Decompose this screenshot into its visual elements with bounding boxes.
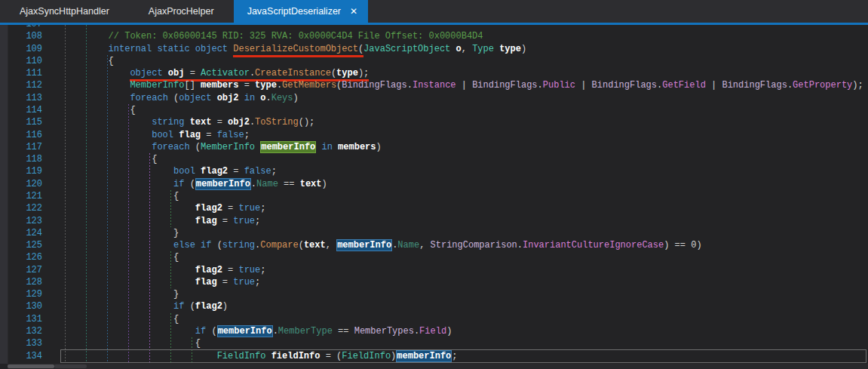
line-number: 130 xyxy=(0,300,42,312)
indent-guide xyxy=(149,153,150,362)
code-text: foreach (MemberInfo memberInfo in member… xyxy=(65,141,382,153)
scrollbar-thumb-secondary xyxy=(54,364,87,368)
code-line-133[interactable]: 133 { xyxy=(0,337,868,349)
code-line-116[interactable]: 116 bool flag = false; xyxy=(0,129,868,141)
code-text: if (flag2) xyxy=(65,300,228,312)
highlighted-symbol-reference: memberInfo xyxy=(195,178,251,190)
code-text: object obj = Activator.CreateInstance(ty… xyxy=(65,67,369,79)
close-icon[interactable]: ✕ xyxy=(350,7,357,16)
decompiler-window: AjaxSyncHttpHandler AjaxProcHelper JavaS… xyxy=(0,0,868,369)
code-line-110[interactable]: 110 { xyxy=(0,55,868,67)
code-line-129[interactable]: 129 } xyxy=(0,288,868,300)
line-number: 110 xyxy=(0,55,42,67)
code-text: { xyxy=(65,337,201,349)
line-number: 133 xyxy=(0,337,42,349)
code-text: { xyxy=(65,190,179,202)
code-line-124[interactable]: 124 } xyxy=(0,227,868,239)
tab-label: JavaScriptDeserializer xyxy=(247,6,341,17)
code-line-127[interactable]: 127 flag2 = true; xyxy=(0,264,868,276)
line-number: 115 xyxy=(0,116,42,128)
line-number: 116 xyxy=(0,129,42,141)
line-number: 122 xyxy=(0,202,42,214)
code-line-121[interactable]: 121 { xyxy=(0,190,868,202)
indent-guide xyxy=(170,190,171,227)
code-line-131[interactable]: 131 { xyxy=(0,313,868,325)
line-number: 125 xyxy=(0,239,42,251)
code-text: if (memberInfo.Name == text) xyxy=(65,178,327,190)
code-line-118[interactable]: 118 { xyxy=(0,153,868,165)
code-text: flag2 = true; xyxy=(65,264,265,276)
indent-guide xyxy=(128,104,129,362)
code-line-126[interactable]: 126 { xyxy=(0,251,868,263)
code-line-109[interactable]: 109 internal static object DeserializeCu… xyxy=(0,43,868,55)
line-number: 126 xyxy=(0,251,42,263)
line-number: 111 xyxy=(0,67,42,79)
code-text: flag = true; xyxy=(65,276,260,288)
tab-ajaxsynchttphandler[interactable]: AjaxSyncHttpHandler xyxy=(0,0,129,23)
code-text: } xyxy=(65,227,179,239)
code-text: { xyxy=(65,313,179,325)
code-text: } xyxy=(65,288,179,300)
tab-label: AjaxProcHelper xyxy=(149,6,214,17)
code-line-108[interactable]: 108 // Token: 0x06000145 RID: 325 RVA: 0… xyxy=(0,30,868,42)
code-line-111[interactable]: 111 object obj = Activator.CreateInstanc… xyxy=(0,67,868,79)
line-number: 131 xyxy=(0,313,42,325)
line-number: 119 xyxy=(0,165,42,177)
line-number: 118 xyxy=(0,153,42,165)
code-line-132[interactable]: 132 if (memberInfo.MemberType == MemberT… xyxy=(0,325,868,337)
highlighted-symbol-reference: memberInfo xyxy=(217,325,273,337)
indent-guide xyxy=(86,25,87,362)
line-number: 123 xyxy=(0,215,42,227)
indent-guide xyxy=(170,251,171,288)
scrollbar-thumb[interactable] xyxy=(8,364,54,368)
code-rows: 107108 // Token: 0x06000145 RID: 325 RVA… xyxy=(0,25,868,362)
tab-javascriptdeserializer[interactable]: JavaScriptDeserializer ✕ xyxy=(234,0,368,23)
line-number: 112 xyxy=(0,79,42,91)
line-number: 128 xyxy=(0,276,42,288)
code-line-120[interactable]: 120 if (memberInfo.Name == text) xyxy=(0,178,868,190)
line-number: 129 xyxy=(0,288,42,300)
code-text: flag2 = true; xyxy=(65,202,265,214)
line-number: 108 xyxy=(0,30,42,42)
code-line-107[interactable]: 107 xyxy=(0,25,868,30)
line-number: 109 xyxy=(0,43,42,55)
code-text: foreach (object obj2 in o.Keys) xyxy=(65,92,299,104)
code-line-113[interactable]: 113 foreach (object obj2 in o.Keys) xyxy=(0,92,868,104)
code-line-130[interactable]: 130 if (flag2) xyxy=(0,300,868,312)
code-line-114[interactable]: 114 { xyxy=(0,104,868,116)
line-number: 121 xyxy=(0,190,42,202)
code-text: // Token: 0x06000145 RID: 325 RVA: 0x000… xyxy=(65,30,483,42)
code-line-112[interactable]: 112 MemberInfo[] members = type.GetMembe… xyxy=(0,79,868,91)
line-number: 134 xyxy=(0,350,42,362)
code-line-119[interactable]: 119 bool flag2 = false; xyxy=(0,165,868,177)
line-number: 114 xyxy=(0,104,42,116)
code-line-122[interactable]: 122 flag2 = true; xyxy=(0,202,868,214)
code-text: bool flag = false; xyxy=(65,129,250,141)
indent-guide xyxy=(107,55,108,362)
code-editor[interactable]: 107108 // Token: 0x06000145 RID: 325 RVA… xyxy=(0,25,868,369)
code-line-115[interactable]: 115 string text = obj2.ToString(); xyxy=(0,116,868,128)
code-text: { xyxy=(65,251,179,263)
highlighted-symbol-definition: memberInfo xyxy=(260,141,316,153)
line-number: 120 xyxy=(0,178,42,190)
code-text: flag = true; xyxy=(65,215,260,227)
code-text: bool flag2 = false; xyxy=(65,165,277,177)
code-text: { xyxy=(65,104,136,116)
code-line-117[interactable]: 117 foreach (MemberInfo memberInfo in me… xyxy=(0,141,868,153)
code-text: { xyxy=(65,153,157,165)
line-number: 107 xyxy=(0,25,42,30)
code-text: string text = obj2.ToString(); xyxy=(65,116,314,128)
horizontal-scrollbar[interactable] xyxy=(0,364,868,369)
highlighted-symbol-reference: memberInfo xyxy=(336,239,392,251)
code-line-123[interactable]: 123 flag = true; xyxy=(0,215,868,227)
tab-bar: AjaxSyncHttpHandler AjaxProcHelper JavaS… xyxy=(0,0,868,23)
code-line-125[interactable]: 125 else if (string.Compare(text, member… xyxy=(0,239,868,251)
indent-guide xyxy=(65,25,66,362)
line-number: 124 xyxy=(0,227,42,239)
code-line-128[interactable]: 128 flag = true; xyxy=(0,276,868,288)
tab-ajaxprochelper[interactable]: AjaxProcHelper xyxy=(129,0,234,23)
line-number: 132 xyxy=(0,325,42,337)
code-text: else if (string.Compare(text, memberInfo… xyxy=(65,239,702,251)
tab-label: AjaxSyncHttpHandler xyxy=(20,6,109,17)
code-text: internal static object DeserializeCustom… xyxy=(65,43,526,55)
